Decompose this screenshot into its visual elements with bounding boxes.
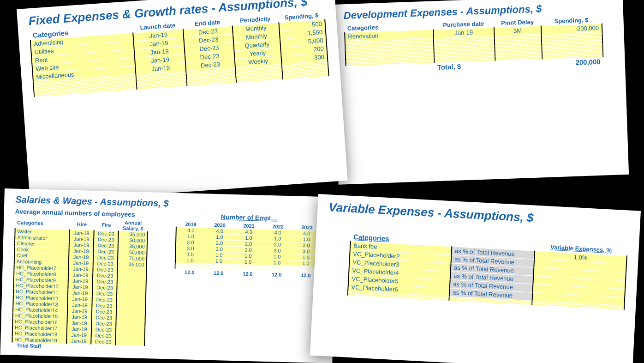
- sal-total-staff-label: Total Staff: [12, 342, 66, 350]
- sal-row-fire: Dec-23: [92, 284, 117, 291]
- sal-row-fire: Dec-23: [91, 333, 116, 339]
- sal-right-table: 20192020202120222023 4.04.04.04.04.01.01…: [174, 221, 322, 278]
- sal-row-fire: Dec-23: [93, 278, 117, 285]
- sal-row-fire: Dec-23: [93, 272, 117, 279]
- sal-hire-header: Hire: [70, 218, 95, 230]
- sal-row-fire: Dec-23: [93, 248, 118, 255]
- sal-row-fire: Dec-23: [94, 242, 118, 249]
- sal-total-cell: 12.0: [233, 271, 262, 277]
- sal-avg-label: Average annual numbers of employees: [15, 208, 148, 219]
- sal-row-fire: Dec-23: [91, 339, 115, 345]
- fixed-expenses-sheet: Fixed Expenses & Growth rates - Assumpti…: [17, 0, 348, 203]
- sal-fire-header: Fire: [94, 219, 119, 231]
- sal-row-fire: Dec-23: [93, 260, 118, 267]
- sal-left-table: Categories Hire Fire Annual Salary, $ Wa…: [12, 217, 148, 351]
- sal-row-fire: Dec-23: [92, 315, 116, 321]
- sal-total-cell: 12.0: [175, 269, 204, 275]
- sal-row-fire: Dec-23: [94, 236, 118, 243]
- sal-row-fire: Dec-23: [92, 290, 117, 297]
- sal-row-fire: Dec-23: [92, 302, 116, 309]
- sal-row-fire: Dec-23: [92, 309, 116, 315]
- sal-row-fire: Dec-23: [93, 266, 117, 273]
- dev-total-value: 200,000: [542, 57, 603, 68]
- sal-row-fire: Dec-23: [94, 230, 118, 237]
- sal-row-fire: Dec-23: [91, 327, 116, 333]
- sal-salary-header: Annual Salary, $: [119, 219, 148, 231]
- variable-expenses-sheet: Variable Expenses - Assumptions, $ Categ…: [310, 194, 641, 363]
- sal-row-fire: Dec-23: [91, 321, 116, 327]
- sal-total-cell: 12.0: [204, 270, 233, 276]
- dev-table: Categories Purchase date Pmnt Delay Spen…: [344, 16, 604, 75]
- sal-categories-header: Categories: [15, 217, 70, 230]
- sal-row-fire: Dec-23: [92, 296, 117, 303]
- sal-total-cell: 12.0: [262, 271, 291, 278]
- development-expenses-sheet: Development Expenses - Assumptions, $ Ca…: [332, 0, 629, 185]
- salaries-wages-sheet: Salaries & Wages - Assumptions, $ Averag…: [0, 188, 337, 363]
- sal-row-fire: Dec-23: [93, 254, 118, 261]
